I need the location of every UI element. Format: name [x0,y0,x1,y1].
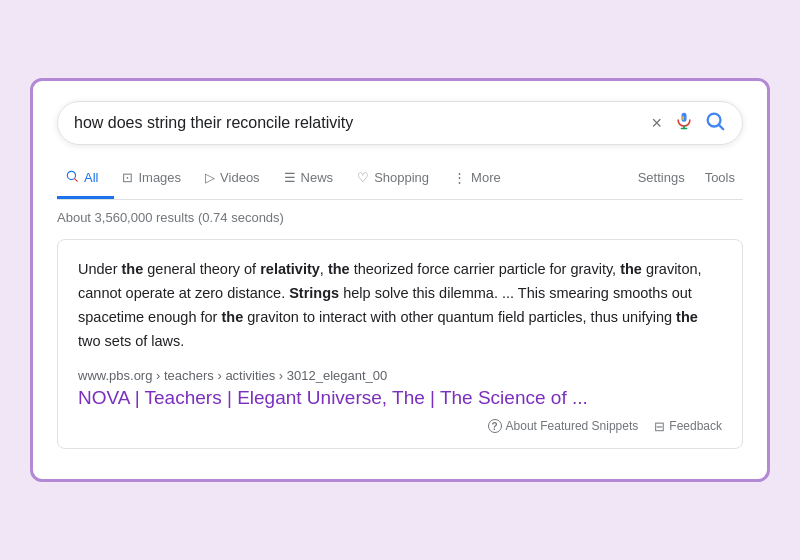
snippet-text: Under the general theory of relativity, … [78,258,722,354]
svg-rect-1 [682,116,684,120]
tab-all[interactable]: All [57,159,114,199]
search-bar: × [57,101,743,145]
about-label: About Featured Snippets [506,419,639,433]
svg-line-5 [75,179,78,182]
shopping-icon: ♡ [357,170,369,185]
feedback-label: Feedback [669,419,722,433]
nav-right: Settings Tools [630,160,743,198]
nav-tabs: All ⊡ Images ▷ Videos ☰ News ♡ Shopping … [57,159,743,200]
tab-more[interactable]: ⋮ More [445,160,517,198]
snippet-title[interactable]: NOVA | Teachers | Elegant Universe, The … [78,387,588,408]
tools-label: Tools [705,170,735,185]
google-results-page: × All ⊡ [30,78,770,482]
images-icon: ⊡ [122,170,133,185]
all-icon [65,169,79,186]
clear-icon[interactable]: × [651,113,662,134]
more-icon: ⋮ [453,170,466,185]
question-icon: ? [488,419,502,433]
tab-news-label: News [301,170,334,185]
tab-videos[interactable]: ▷ Videos [197,160,276,198]
feedback-icon: ⊟ [654,419,665,434]
search-input[interactable] [74,114,651,132]
snippet-footer: ? About Featured Snippets ⊟ Feedback [78,419,722,434]
tab-shopping-label: Shopping [374,170,429,185]
snippet-source: www.pbs.org › teachers › activities › 30… [78,368,722,383]
tab-images-label: Images [138,170,181,185]
search-icon[interactable] [704,110,726,136]
news-icon: ☰ [284,170,296,185]
featured-snippet: Under the general theory of relativity, … [57,239,743,449]
settings-tab[interactable]: Settings [630,160,693,198]
tab-videos-label: Videos [220,170,260,185]
tab-shopping[interactable]: ♡ Shopping [349,160,445,198]
tab-more-label: More [471,170,501,185]
tab-all-label: All [84,170,98,185]
videos-icon: ▷ [205,170,215,185]
settings-label: Settings [638,170,685,185]
tools-tab[interactable]: Tools [697,160,743,198]
mic-icon[interactable] [674,111,694,135]
results-count: About 3,560,000 results (0.74 seconds) [57,210,743,225]
feedback-button[interactable]: ⊟ Feedback [654,419,722,434]
tab-news[interactable]: ☰ News [276,160,350,198]
tab-images[interactable]: ⊡ Images [114,160,197,198]
svg-line-3 [719,125,723,129]
about-featured-snippets[interactable]: ? About Featured Snippets [488,419,639,433]
